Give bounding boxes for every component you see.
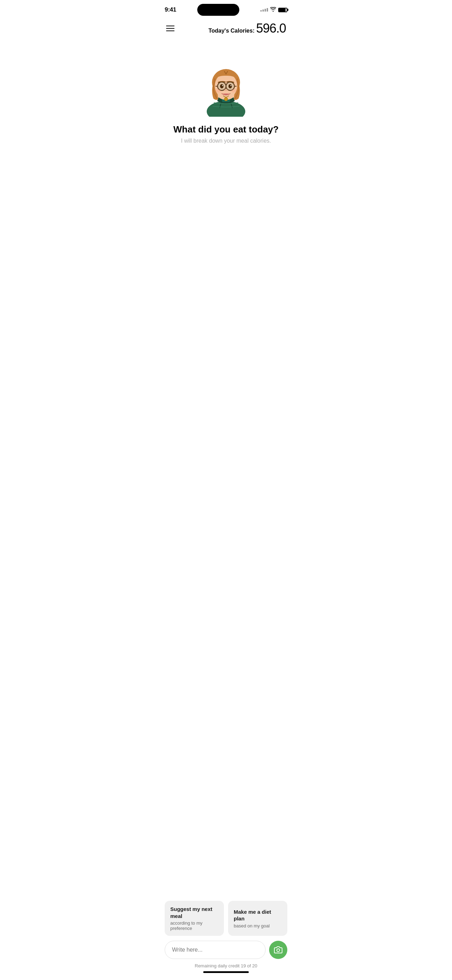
status-time: 9:41 (165, 6, 176, 13)
menu-line-2 (166, 28, 175, 29)
menu-line-1 (166, 25, 175, 26)
avatar (198, 50, 254, 117)
svg-point-21 (231, 89, 237, 92)
svg-point-19 (231, 85, 232, 86)
main-content: What did you eat today? I will break dow… (158, 41, 294, 284)
calories-display: Today's Calories: 596.0 (208, 21, 286, 36)
greeting-title: What did you eat today? (173, 124, 279, 135)
menu-button[interactable] (166, 25, 175, 31)
dynamic-island (197, 4, 239, 16)
svg-point-16 (220, 84, 224, 88)
svg-point-20 (215, 89, 221, 92)
svg-point-17 (228, 84, 232, 88)
svg-point-18 (222, 85, 223, 86)
greeting-subtitle: I will break down your meal calories. (181, 138, 271, 144)
menu-line-3 (166, 30, 175, 31)
app-header: Today's Calories: 596.0 (158, 18, 294, 41)
status-bar: 9:41 (158, 0, 294, 18)
signal-icon (260, 8, 268, 11)
wifi-icon (270, 7, 276, 13)
avatar-container (194, 48, 258, 118)
avatar-svg (198, 50, 254, 117)
calories-label: Today's Calories: (208, 28, 255, 33)
svg-point-22 (224, 97, 228, 101)
battery-icon (278, 8, 287, 12)
status-icons (260, 7, 287, 13)
calories-value: 596.0 (256, 21, 286, 35)
